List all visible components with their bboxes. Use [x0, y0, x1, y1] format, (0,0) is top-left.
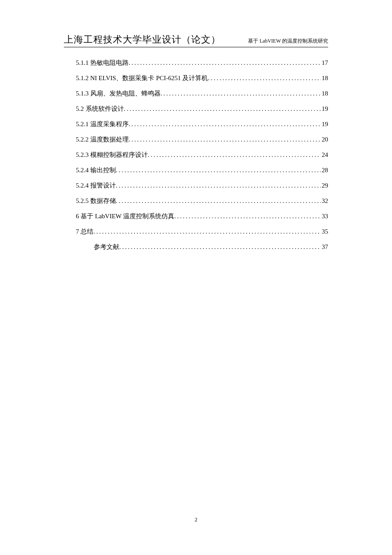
toc-page-number: 17 [321, 55, 328, 70]
header-subtitle: 基于 LabVIEW 的温度控制系统研究 [248, 38, 328, 45]
page-number: 2 [0, 516, 392, 523]
toc-leader-dots [208, 70, 321, 86]
toc-leader-dots [148, 147, 321, 162]
toc-leader-dots [161, 86, 321, 101]
toc-leader-dots [119, 239, 321, 254]
toc-page-number: 37 [321, 239, 328, 254]
toc-entry: 5.2.4 输出控制28 [76, 162, 328, 178]
toc-leader-dots [124, 101, 321, 116]
toc-label: 5.1.1 热敏电阻电路 [76, 55, 129, 70]
toc-label: 5.2 系统软件设计 [76, 101, 124, 116]
toc-page-number: 28 [321, 162, 328, 178]
toc-page-number: 18 [321, 86, 328, 101]
toc-page-number: 19 [321, 116, 328, 132]
toc-label: 5.2.4 报警设计 [76, 178, 116, 193]
page-header: 上海工程技术大学毕业设计（论文） 基于 LabVIEW 的温度控制系统研究 [64, 33, 328, 47]
toc-leader-dots [129, 132, 321, 147]
toc-leader-dots [129, 116, 321, 132]
toc-label: 5.2.2 温度数据处理 [76, 132, 129, 147]
toc-entry: 7 总结35 [76, 224, 328, 239]
toc-entry: 5.2.1 温度采集程序19 [76, 116, 328, 132]
toc-entry: 5.2.4 报警设计29 [76, 178, 328, 193]
header-title: 上海工程技术大学毕业设计（论文） [64, 33, 221, 46]
toc-label: 5.1.2 NI ELVIS、数据采集卡 PCI-6251 及计算机 [76, 70, 208, 86]
toc-leader-dots [129, 55, 321, 70]
toc-label: 5.1.3 风扇、发热电阻、蜂鸣器 [76, 86, 161, 101]
toc-entry: 5.1.1 热敏电阻电路17 [76, 55, 328, 70]
toc-page-number: 35 [321, 224, 328, 239]
toc-entry: 5.1.3 风扇、发热电阻、蜂鸣器18 [76, 86, 328, 101]
document-page: 上海工程技术大学毕业设计（论文） 基于 LabVIEW 的温度控制系统研究 5.… [0, 0, 392, 254]
toc-label: 5.2.4 输出控制 [76, 162, 116, 178]
toc-label: 5.2.3 模糊控制器程序设计 [76, 147, 148, 162]
toc-label: 参考文献 [94, 239, 119, 254]
toc-entry: 6 基于 LabVIEW 温度控制系统仿真33 [76, 208, 328, 224]
toc-leader-dots [93, 224, 321, 239]
toc-label: 6 基于 LabVIEW 温度控制系统仿真 [76, 208, 174, 224]
toc-entry: 参考文献 37 [76, 239, 328, 254]
toc-leader-dots [174, 208, 321, 224]
toc-label: 5.2.1 温度采集程序 [76, 116, 129, 132]
toc-leader-dots [116, 178, 321, 193]
toc-page-number: 33 [321, 208, 328, 224]
table-of-contents: 5.1.1 热敏电阻电路175.1.2 NI ELVIS、数据采集卡 PCI-6… [64, 55, 328, 254]
toc-entry: 5.1.2 NI ELVIS、数据采集卡 PCI-6251 及计算机18 [76, 70, 328, 86]
toc-leader-dots [116, 162, 321, 178]
toc-entry: 5.2.2 温度数据处理20 [76, 132, 328, 147]
toc-page-number: 20 [321, 132, 328, 147]
toc-page-number: 29 [321, 178, 328, 193]
toc-label: 5.2.5 数据存储 [76, 193, 116, 208]
toc-page-number: 19 [321, 101, 328, 116]
toc-entry: 5.2 系统软件设计19 [76, 101, 328, 116]
toc-page-number: 18 [321, 70, 328, 86]
toc-label: 7 总结 [76, 224, 93, 239]
toc-entry: 5.2.5 数据存储32 [76, 193, 328, 208]
toc-page-number: 24 [321, 147, 328, 162]
toc-page-number: 32 [321, 193, 328, 208]
toc-entry: 5.2.3 模糊控制器程序设计24 [76, 147, 328, 162]
toc-leader-dots [116, 193, 321, 208]
